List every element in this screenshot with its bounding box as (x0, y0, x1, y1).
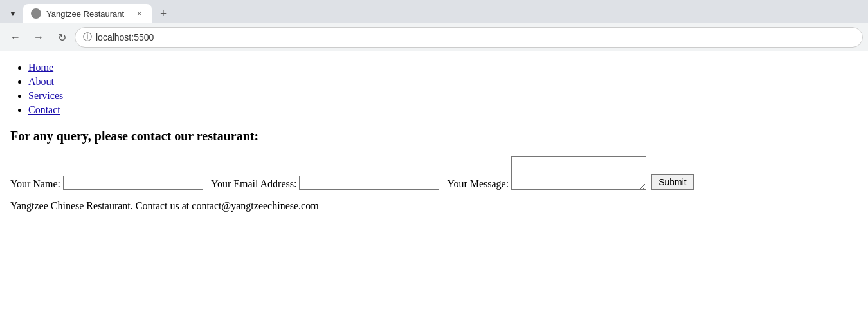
submit-button[interactable]: Submit (651, 174, 694, 190)
tab-close-button[interactable]: ✕ (134, 8, 144, 19)
nav-link-contact[interactable]: Contact (28, 104, 60, 115)
page-content: Home About Services Contact For any quer… (0, 51, 868, 309)
navigation: Home About Services Contact (10, 62, 858, 116)
browser-toolbar: ← → ↻ ⓘ localhost:5500 (0, 23, 868, 51)
name-label: Your Name: (10, 178, 60, 190)
nav-list: Home About Services Contact (10, 62, 858, 116)
tab-title: Yangtzee Restaurant (46, 9, 129, 19)
email-input[interactable] (299, 176, 439, 190)
nav-item-home: Home (28, 62, 858, 73)
forward-button[interactable]: → (28, 27, 49, 48)
nav-item-contact: Contact (28, 104, 858, 116)
info-icon: ⓘ (83, 32, 92, 43)
browser-tab[interactable]: Yangtzee Restaurant ✕ (23, 4, 152, 23)
message-label: Your Message: (447, 178, 509, 190)
email-label: Your Email Address: (211, 178, 297, 190)
nav-link-about[interactable]: About (28, 76, 54, 87)
nav-item-services: Services (28, 90, 858, 102)
contact-form: Your Name: Your Email Address: Your Mess… (10, 156, 858, 190)
message-group: Your Message: (442, 156, 646, 190)
nav-item-about: About (28, 76, 858, 88)
page-heading: For any query, please contact our restau… (10, 129, 858, 144)
refresh-button[interactable]: ↻ (51, 27, 72, 48)
name-input[interactable] (63, 176, 203, 190)
nav-link-services[interactable]: Services (28, 90, 63, 101)
nav-link-home[interactable]: Home (28, 62, 53, 73)
url-text: localhost:5500 (96, 32, 154, 42)
footer-text: Yangtzee Chinese Restaurant. Contact us … (10, 200, 858, 212)
back-button[interactable]: ← (5, 27, 26, 48)
new-tab-button[interactable]: + (154, 5, 172, 23)
address-bar[interactable]: ⓘ localhost:5500 (75, 27, 863, 48)
form-row: Your Name: Your Email Address: Your Mess… (10, 156, 858, 190)
svg-point-0 (33, 10, 39, 17)
tab-bar: ▼ Yangtzee Restaurant ✕ + (0, 0, 868, 23)
message-textarea[interactable] (511, 156, 646, 190)
tab-dropdown-button[interactable]: ▼ (5, 6, 21, 21)
tab-favicon (31, 8, 41, 19)
browser-chrome: ▼ Yangtzee Restaurant ✕ + ← → ↻ ⓘ localh… (0, 0, 868, 51)
